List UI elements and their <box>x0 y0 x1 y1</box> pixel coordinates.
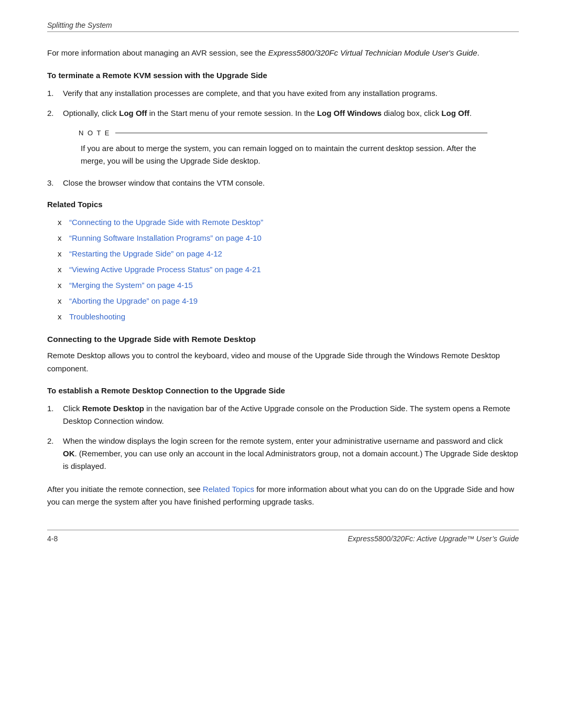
step-2-num: 2. <box>47 107 63 120</box>
related-link-5[interactable]: “Aborting the Upgrade” on page 4-19 <box>69 295 198 307</box>
step-2-text-before: Optionally, click <box>63 109 119 117</box>
est-step1-bold: Remote Desktop <box>82 404 144 413</box>
bullet-0: x <box>58 216 69 229</box>
related-link-0[interactable]: “Connecting to the Upgrade Side with Rem… <box>69 216 263 229</box>
establish-step-2-num: 2. <box>47 435 63 447</box>
related-link-item-6: x Troubleshooting <box>58 311 519 323</box>
bullet-5: x <box>58 295 69 307</box>
terminate-heading: To terminate a Remote KVM session with t… <box>47 71 519 80</box>
related-link-3[interactable]: “Viewing Active Upgrade Process Status” … <box>69 263 261 276</box>
bullet-6: x <box>58 311 69 323</box>
related-link-item-0: x “Connecting to the Upgrade Side with R… <box>58 216 519 229</box>
terminate-step3-list: 3. Close the browser window that contain… <box>47 177 519 189</box>
related-topics-list: x “Connecting to the Upgrade Side with R… <box>47 216 519 323</box>
related-link-item-4: x “Merging the System” on page 4-15 <box>58 279 519 292</box>
terminate-step-3: 3. Close the browser window that contain… <box>47 177 519 189</box>
connecting-body: Remote Desktop allows you to control the… <box>47 349 519 376</box>
related-link-1[interactable]: “Running Software Installation Programs”… <box>69 232 262 244</box>
step-2-text-end: . <box>470 109 472 117</box>
related-link-item-1: x “Running Software Installation Program… <box>58 232 519 244</box>
intro-text-before: For more information about managing an A… <box>47 48 268 57</box>
related-link-2[interactable]: “Restarting the Upgrade Side” on page 4-… <box>69 248 222 260</box>
footer-rule <box>47 530 519 530</box>
est-step2-after: . (Remember, you can use only an account… <box>63 449 518 470</box>
terminate-steps-list: 1. Verify that any installation processe… <box>47 87 519 120</box>
bullet-1: x <box>58 232 69 244</box>
step-3-num: 3. <box>47 177 63 189</box>
after-related-link[interactable]: Related Topics <box>203 485 254 494</box>
step-1-num: 1. <box>47 87 63 100</box>
bullet-3: x <box>58 263 69 276</box>
connecting-heading: Connecting to the Upgrade Side with Remo… <box>47 335 519 344</box>
step-2-text-mid2: dialog box, click <box>382 109 441 117</box>
establish-step-1: 1. Click Remote Desktop in the navigatio… <box>47 402 519 427</box>
step-2-text-mid1: in the Start menu of your remote session… <box>147 109 317 117</box>
establish-step-1-content: Click Remote Desktop in the navigation b… <box>63 402 519 427</box>
note-label: N O T E <box>79 129 110 137</box>
related-link-item-2: x “Restarting the Upgrade Side” on page … <box>58 248 519 260</box>
establish-heading: To establish a Remote Desktop Connection… <box>47 386 519 395</box>
related-link-item-5: x “Aborting the Upgrade” on page 4-19 <box>58 295 519 307</box>
note-box: N O T E If you are about to merge the sy… <box>79 129 487 167</box>
bullet-2: x <box>58 248 69 260</box>
note-content: If you are about to merge the system, yo… <box>79 142 487 167</box>
header-rule <box>47 31 519 32</box>
note-header: N O T E <box>79 129 487 137</box>
step-3-content: Close the browser window that contains t… <box>63 177 519 189</box>
header-section: Splitting the System <box>47 21 519 32</box>
related-topics-heading: Related Topics <box>47 200 519 209</box>
footer-page-num: 4-8 <box>47 534 58 543</box>
footer-title: Express5800/320Fc: Active Upgrade™ User’… <box>347 534 519 543</box>
related-link-item-3: x “Viewing Active Upgrade Process Status… <box>58 263 519 276</box>
intro-paragraph: For more information about managing an A… <box>47 47 519 59</box>
establish-section: To establish a Remote Desktop Connection… <box>47 386 519 473</box>
after-text-before: After you initiate the remote connection… <box>47 485 203 494</box>
after-section-text: After you initiate the remote connection… <box>47 483 519 509</box>
related-topics-section: Related Topics x “Connecting to the Upgr… <box>47 200 519 323</box>
terminate-step-1: 1. Verify that any installation processe… <box>47 87 519 100</box>
bullet-4: x <box>58 279 69 292</box>
step-1-content: Verify that any installation processes a… <box>63 87 519 100</box>
related-link-6[interactable]: Troubleshooting <box>69 311 125 323</box>
terminate-section: To terminate a Remote KVM session with t… <box>47 71 519 189</box>
connecting-section: Connecting to the Upgrade Side with Remo… <box>47 335 519 376</box>
step-2-bold3: Log Off <box>441 109 469 117</box>
step-2-bold2: Log Off Windows <box>317 109 382 117</box>
step-2-content: Optionally, click Log Off in the Start m… <box>63 107 519 120</box>
establish-step-1-num: 1. <box>47 402 63 415</box>
est-step2-bold: OK <box>63 449 75 458</box>
establish-steps-list: 1. Click Remote Desktop in the navigatio… <box>47 402 519 473</box>
related-link-4[interactable]: “Merging the System” on page 4-15 <box>69 279 193 292</box>
establish-step-2: 2. When the window displays the login sc… <box>47 435 519 473</box>
breadcrumb: Splitting the System <box>47 21 519 29</box>
terminate-step-2: 2. Optionally, click Log Off in the Star… <box>47 107 519 120</box>
intro-text-after: . <box>477 48 480 57</box>
est-step1-before: Click <box>63 404 82 413</box>
page-container: Splitting the System For more informatio… <box>0 0 566 574</box>
footer: 4-8 Express5800/320Fc: Active Upgrade™ U… <box>47 534 519 543</box>
intro-italic: Express5800/320Fc Virtual Technician Mod… <box>268 48 477 57</box>
establish-step-2-content: When the window displays the login scree… <box>63 435 519 473</box>
step-2-bold1: Log Off <box>119 109 147 117</box>
est-step2-before: When the window displays the login scree… <box>63 436 503 445</box>
